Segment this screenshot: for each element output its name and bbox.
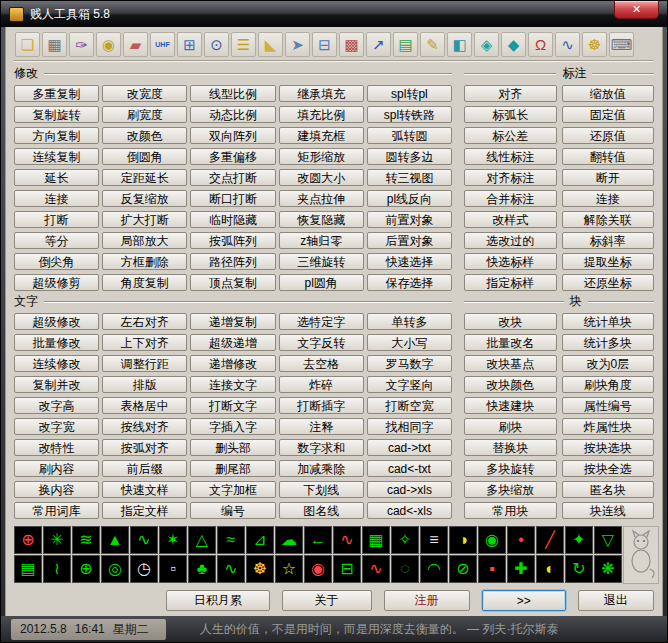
tool-button[interactable]: 局部放大	[102, 232, 187, 249]
tool-button[interactable]: 注释	[279, 418, 364, 435]
palette-cell[interactable]: ◷	[130, 555, 158, 583]
color-table-icon[interactable]: ▩	[339, 32, 364, 57]
palette-cell[interactable]: ◐	[536, 555, 564, 583]
tool-button[interactable]: 表格居中	[102, 397, 187, 414]
tool-button[interactable]: 指定文样	[102, 502, 187, 519]
tool-button[interactable]: 加减乘除	[279, 460, 364, 477]
tool-button[interactable]: 字插入字	[190, 418, 275, 435]
palette-cell[interactable]: ≡	[420, 526, 448, 554]
tool-button[interactable]: 还原坐标	[562, 274, 655, 291]
tool-button[interactable]: spl转pl	[367, 85, 452, 102]
palette-cell[interactable]: ∿	[130, 526, 158, 554]
tool-button[interactable]: 倒圆角	[102, 148, 187, 165]
tool-button[interactable]: 替换块	[464, 439, 557, 456]
tool-button[interactable]: 文字反转	[279, 334, 364, 351]
tool-button[interactable]: 填充比例	[279, 106, 364, 123]
tool-button[interactable]: 双向阵列	[190, 127, 275, 144]
tool-button[interactable]: 标公差	[464, 127, 557, 144]
tool-button[interactable]: 打断插字	[279, 397, 364, 414]
palette-cell[interactable]: ✶	[159, 526, 187, 554]
print-icon[interactable]: ▦	[42, 32, 67, 57]
palette-cell[interactable]: ↻	[565, 555, 593, 583]
tool-button[interactable]: 快速文样	[102, 481, 187, 498]
tool-button[interactable]: 刷内容	[14, 460, 99, 477]
tool-button[interactable]: 反复缩放	[102, 190, 187, 207]
palette-cell[interactable]: ◑	[449, 526, 477, 554]
tool-button[interactable]: 连接	[562, 190, 655, 207]
tool-button[interactable]: z轴归零	[279, 232, 364, 249]
uhf-tool-icon[interactable]: UHF	[150, 32, 175, 57]
palette-cell[interactable]: ▲	[101, 526, 129, 554]
tool-button[interactable]: 常用块	[464, 502, 557, 519]
tool-button[interactable]: 匿名块	[562, 481, 655, 498]
tool-button[interactable]: 翻转值	[562, 148, 655, 165]
tool-button[interactable]: 保存选择	[367, 274, 452, 291]
palette-cell[interactable]: ⊘	[449, 555, 477, 583]
tool-button[interactable]: 递增复制	[190, 313, 275, 330]
wedge-icon[interactable]: ◣	[258, 32, 283, 57]
tool-button[interactable]: 换内容	[14, 481, 99, 498]
tool-button[interactable]: spl转铁路	[367, 106, 452, 123]
tool-button[interactable]: 改块颜色	[464, 376, 557, 393]
palette-cell[interactable]: ◉	[478, 526, 506, 554]
tool-button[interactable]: 多块缩放	[464, 481, 557, 498]
tool-button[interactable]: 块连线	[562, 502, 655, 519]
tool-button[interactable]: 对齐标注	[464, 169, 557, 186]
tool-button[interactable]: 圆转多边	[367, 148, 452, 165]
tool-button[interactable]: 对齐	[464, 85, 557, 102]
palette-cell[interactable]: ⊕	[72, 555, 100, 583]
tool-button[interactable]: 按块全选	[562, 460, 655, 477]
tool-button[interactable]: 刷块角度	[562, 376, 655, 393]
brush-icon[interactable]: ✑	[69, 32, 94, 57]
tool-button[interactable]: 排版	[102, 376, 187, 393]
tool-button[interactable]: 复制旋转	[14, 106, 99, 123]
tool-button[interactable]: 改块基点	[464, 355, 557, 372]
tool-button[interactable]: 方向复制	[14, 127, 99, 144]
palette-cell[interactable]: ←	[304, 526, 332, 554]
palette-cell[interactable]: ◎	[101, 555, 129, 583]
tool-button[interactable]: 改宽度	[102, 85, 187, 102]
tool-button[interactable]: 属性编号	[562, 397, 655, 414]
palette-cell[interactable]: ☆	[275, 555, 303, 583]
palette-cell[interactable]: △	[188, 526, 216, 554]
tool-button[interactable]: 找相同字	[367, 418, 452, 435]
tool-button[interactable]: 按线对齐	[102, 418, 187, 435]
palette-cell[interactable]: ▪	[478, 555, 506, 583]
tool-button[interactable]: 改字高	[14, 397, 99, 414]
palette-cell[interactable]: ▫	[159, 555, 187, 583]
tool-button[interactable]: 继承填充	[279, 85, 364, 102]
tool-button[interactable]: 方框删除	[102, 253, 187, 270]
tool-button[interactable]: cad->txt	[367, 439, 452, 456]
cube-3d-icon[interactable]: ◈	[474, 32, 499, 57]
tool-button[interactable]: 多重复制	[14, 85, 99, 102]
palette-cell[interactable]: ∿	[217, 555, 245, 583]
palette-cell[interactable]: ∿	[362, 555, 390, 583]
tool-button[interactable]: 复制并改	[14, 376, 99, 393]
tool-button[interactable]: 超级修剪	[14, 274, 99, 291]
tool-button[interactable]: 提取坐标	[562, 253, 655, 270]
tool-button[interactable]: 动态比例	[190, 106, 275, 123]
tool-button[interactable]: 连续复制	[14, 148, 99, 165]
palette-cell[interactable]: ✚	[507, 555, 535, 583]
tool-button[interactable]: pl线反向	[367, 190, 452, 207]
tool-button[interactable]: 罗马数字	[367, 355, 452, 372]
palette-cell[interactable]: ✦	[565, 526, 593, 554]
tool-button[interactable]: 标斜率	[562, 232, 655, 249]
palette-cell[interactable]: ⊿	[246, 526, 274, 554]
monitor-icon[interactable]: ◧	[447, 32, 472, 57]
tool-button[interactable]: 按弧对齐	[102, 439, 187, 456]
tool-button[interactable]: 改为0层	[562, 355, 655, 372]
palette-cell[interactable]: ⊕	[14, 526, 42, 554]
palette-cell[interactable]: ☸	[246, 555, 274, 583]
tool-button[interactable]: 夹点拉伸	[279, 190, 364, 207]
tool-button[interactable]: 文字竖向	[367, 376, 452, 393]
export-arrow-icon[interactable]: ↗	[366, 32, 391, 57]
tool-button[interactable]: 文字加框	[190, 481, 275, 498]
daily-tips-button[interactable]: 日积月累	[166, 590, 270, 611]
tool-button[interactable]: 连续修改	[14, 355, 99, 372]
erase-icon[interactable]: ▰	[123, 32, 148, 57]
tool-button[interactable]: 批量改名	[464, 334, 557, 351]
tool-button[interactable]: 建填充框	[279, 127, 364, 144]
close-button[interactable]: ✕	[614, 1, 659, 19]
tool-button[interactable]: 倒尖角	[14, 253, 99, 270]
